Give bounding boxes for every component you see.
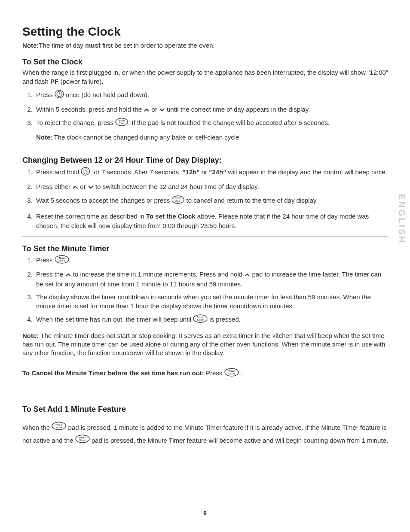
add1-text-1: When the	[22, 424, 52, 431]
divider	[22, 391, 389, 391]
cancel-period: .	[239, 369, 242, 376]
pf-label: PF	[50, 78, 58, 85]
twelve-h: "12h"	[183, 168, 200, 176]
list-item: Within 5 seconds, press and hold the or …	[34, 105, 389, 115]
step-text: When the set time has run out, the timer…	[36, 316, 193, 323]
svg-text:Minute: Minute	[79, 439, 86, 441]
intro-note: Note:The time of day must first be set i…	[22, 41, 389, 50]
list-item: Press TimerSet/Off.	[34, 255, 389, 266]
divider	[22, 148, 389, 148]
list-item: To reject the change, press STOPClear. I…	[34, 118, 389, 142]
clock-icon	[55, 89, 64, 101]
step-text: Press either	[36, 183, 72, 190]
list-item: Press and hold for 7 seconds. After 7 se…	[34, 167, 389, 179]
timer-icon: TimerSet/Off	[55, 255, 69, 266]
section-add-1-minute: To Set Add 1 Minute Feature When the Add…	[22, 405, 389, 447]
to-set-clock-ref: To set the Clock	[146, 213, 196, 220]
divider	[22, 236, 389, 237]
intro-text-1: The time of day	[39, 42, 85, 49]
svg-text:Clear: Clear	[119, 122, 124, 125]
set-clock-note: Note: The clock cannot be changed during…	[36, 133, 389, 142]
minute-steps: Press TimerSet/Off. Press the to increas…	[22, 255, 389, 325]
heading-hour-display: Changing Between 12 or 24 Hour Time of D…	[22, 156, 389, 165]
step-text: or	[150, 106, 159, 113]
down-arrow-icon	[88, 182, 94, 192]
svg-text:Clear: Clear	[175, 200, 181, 202]
page-container: Setting the Clock Note:The time of day m…	[0, 0, 410, 532]
minute-note: Note: The minute timer does not start or…	[22, 331, 389, 358]
section-hour-display: Changing Between 12 or 24 Hour Time of D…	[22, 156, 389, 230]
step-text: to increase the time in 1 minute increme…	[71, 271, 245, 278]
step-text: Press	[36, 91, 55, 98]
step-text: Within 5 seconds, press and hold the	[36, 106, 144, 113]
set-clock-intro: When the range is first plugged in, or w…	[22, 68, 389, 86]
list-item: The display shows the timer countdown in…	[34, 292, 389, 311]
up-arrow-icon	[144, 105, 150, 115]
intro-text-2: first be set in order to operate the ove…	[101, 42, 215, 49]
step-text: . If the pad is not touched the change w…	[128, 119, 330, 126]
svg-text:Set/Off: Set/Off	[58, 259, 65, 262]
step-text: Press and hold	[36, 168, 81, 176]
list-item: Press either or to switch between the 12…	[34, 182, 389, 192]
add-1-text: When the Add 1Minute pad is pressed, 1 m…	[22, 422, 389, 447]
language-tab: ENGLISH	[397, 194, 407, 244]
step-text: for 7 seconds. After 7 seconds,	[90, 168, 182, 176]
clock-icon	[81, 167, 90, 179]
page-title: Setting the Clock	[22, 25, 389, 39]
svg-text:Set/Off: Set/Off	[228, 372, 235, 375]
cancel-text: Press	[204, 369, 224, 376]
note-text: : The clock cannot be changed during any…	[50, 134, 241, 141]
note-label: Note:	[22, 42, 39, 49]
heading-minute-timer: To Set the Minute Timer	[22, 244, 389, 253]
cancel-label: To Cancel the Minute Timer before the se…	[22, 369, 204, 376]
cancel-timer: To Cancel the Minute Timer before the se…	[22, 368, 389, 379]
step-text: Press the	[36, 271, 65, 278]
svg-text:Set/Off: Set/Off	[197, 319, 204, 321]
intro-must: must	[85, 42, 101, 49]
note-label: Note:	[22, 332, 39, 339]
svg-text:Minute: Minute	[56, 426, 62, 429]
list-item: Press the to increase the time in 1 minu…	[34, 270, 389, 289]
list-item: Wait 5 seconds to accept the changes or …	[34, 195, 389, 207]
twentyfour-h: "24h"	[209, 168, 226, 176]
up-arrow-icon	[65, 270, 71, 280]
set-clock-steps: Press once (do not hold pad down). Withi…	[22, 89, 389, 142]
set-clock-intro-2: (power failure).	[58, 78, 103, 85]
add-1-minute-icon: Add 1Minute	[52, 422, 66, 435]
note-text: The minute timer does not start or stop …	[22, 332, 385, 357]
stop-clear-icon: STOPClear	[171, 195, 184, 207]
step-text: The display shows the timer countdown in…	[36, 293, 371, 310]
list-item: When the set time has run out, the timer…	[34, 314, 389, 325]
list-item: Press once (do not hold pad down).	[34, 89, 389, 101]
step-text: or	[200, 168, 209, 176]
hour-steps: Press and hold for 7 seconds. After 7 se…	[22, 167, 389, 230]
up-arrow-icon	[244, 270, 250, 280]
step-text: once (do not hold pad down).	[64, 91, 149, 98]
page-number: 9	[0, 510, 410, 517]
step-text: will appear in the display and the contr…	[226, 168, 387, 176]
add1-text-3: pad is pressed, the Minute Timer feature…	[90, 437, 389, 444]
timer-icon: TimerSet/Off	[224, 368, 239, 379]
heading-add-1-minute: To Set Add 1 Minute Feature	[22, 405, 389, 414]
step-text: until the correct time of day appears in…	[165, 106, 310, 113]
note-label: Note	[36, 134, 50, 141]
step-text: Press	[36, 256, 55, 264]
step-text: to cancel and return to the time of day …	[184, 197, 318, 204]
section-set-clock: To Set the Clock When the range is first…	[22, 58, 389, 142]
heading-set-clock: To Set the Clock	[22, 58, 389, 67]
step-text: .	[69, 256, 71, 264]
timer-icon: TimerSet/Off	[193, 314, 208, 325]
step-text: is pressed.	[208, 316, 241, 323]
step-text: or	[78, 183, 88, 190]
down-arrow-icon	[159, 105, 165, 115]
step-text: Reset the correct time as described in	[36, 213, 146, 220]
list-item: Reset the correct time as described in T…	[34, 212, 389, 231]
step-text: Wait 5 seconds to accept the changes or …	[36, 197, 171, 204]
up-arrow-icon	[72, 182, 78, 192]
add-1-minute-icon: Add 1Minute	[75, 435, 90, 447]
section-minute-timer: To Set the Minute Timer Press TimerSet/O…	[22, 244, 389, 379]
stop-clear-icon: STOPClear	[115, 118, 128, 129]
step-text: to switch between the 12 and 24 hour tim…	[94, 183, 259, 190]
step-text: To reject the change, press	[36, 119, 115, 126]
